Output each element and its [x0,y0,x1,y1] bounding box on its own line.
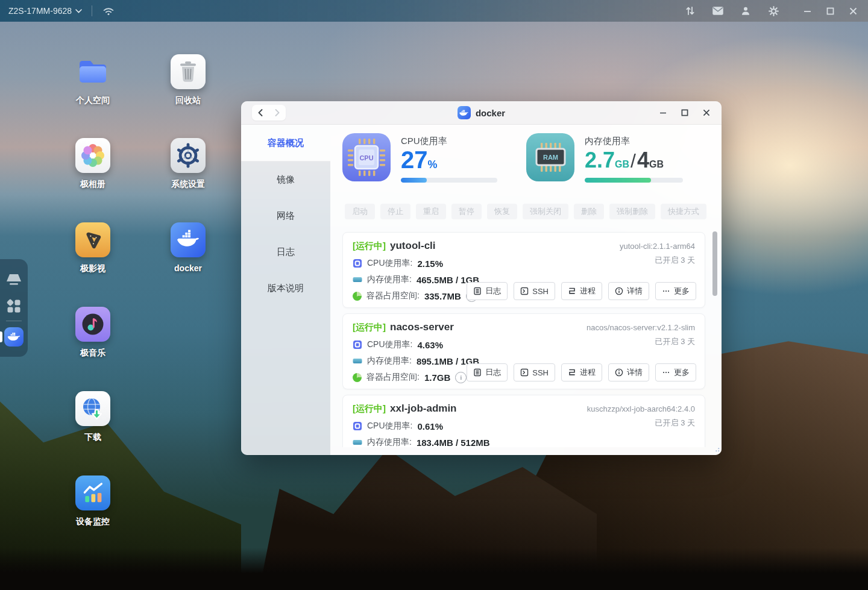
memory-separator: / [629,150,637,172]
log-icon [473,287,482,295]
dock-desktop-button[interactable] [0,266,28,293]
window-maximize-icon[interactable] [677,105,693,121]
details-button[interactable]: 详情 [608,363,649,381]
memory-total-value: 4 [637,148,649,172]
transfer-icon[interactable] [684,4,697,17]
cpu-mini-icon [353,259,362,268]
terminal-icon [520,368,529,377]
window-titlebar[interactable]: docker [241,101,722,125]
delete-button[interactable]: 删除 [574,204,604,219]
docker-window: docker 容器概况 镜像 网络 日志 版本说明 [241,101,722,455]
resize-handle[interactable] [714,444,720,454]
desktop-icon-photos[interactable]: 极相册 [57,138,129,190]
dock [0,259,28,357]
sidebar-item-images[interactable]: 镜像 [241,162,330,198]
memory-total-unit: GB [649,159,664,169]
force-stop-button[interactable]: 强制关闭 [523,204,568,219]
scrollbar-thumb[interactable] [712,231,717,296]
desktop-icon-device-monitor[interactable]: 设备监控 [57,475,129,527]
cpu-chip-icon: CPU [342,133,391,181]
desktop: Z2S-17MM-9628 [0,0,868,590]
running-indicator [0,331,2,342]
main-panel: CPU CPU使用率 27% [330,125,722,455]
window-close-icon[interactable] [699,105,714,121]
desktop-icon-recycle-bin[interactable]: 回收站 [152,54,224,106]
info-icon[interactable]: i [455,372,467,383]
desktop-icon-system-settings[interactable]: 系统设置 [152,138,224,190]
topbar-divider [92,5,92,16]
process-button[interactable]: 进程 [561,282,602,300]
system-close-icon[interactable] [846,4,860,17]
sidebar-item-logs[interactable]: 日志 [241,234,330,270]
desktop-icon-music[interactable]: 极音乐 [57,307,129,359]
system-maximize-icon[interactable] [823,4,837,17]
window-minimize-icon[interactable] [655,105,671,121]
container-card-yutool-cli[interactable]: [运行中] yutool-cli yutool-cli:2.1.1-arm64 … [342,232,705,308]
sidebar-item-container-overview[interactable]: 容器概况 [241,125,330,162]
ram-mini-icon [353,275,362,284]
cpu-row-value: 4.63% [417,340,443,350]
docker-whale-icon [458,106,471,119]
back-button[interactable] [252,105,269,121]
mail-icon[interactable] [711,4,725,17]
trash-icon [171,54,206,89]
cpu-mini-icon [353,421,362,431]
logs-button[interactable]: 日志 [467,363,508,381]
cpu-row-value: 0.61% [417,421,443,432]
sidebar-item-release-notes[interactable]: 版本说明 [241,270,330,306]
desktop-icon-personal-space[interactable]: 个人空间 [57,54,129,106]
dock-apps-button[interactable] [0,293,28,319]
desktop-icon-videos[interactable]: 极影视 [57,222,129,274]
container-name: yutool-cli [390,240,436,252]
more-button[interactable]: 更多 [655,363,696,381]
container-card-nacos-server[interactable]: [运行中] nacos-server nacos/nacos-server:v2… [342,313,705,389]
stop-button[interactable]: 停止 [380,204,410,219]
button-label: 详情 [627,286,643,297]
memory-progress-track [585,178,683,183]
dock-docker-button[interactable] [0,324,28,350]
container-card-xxl-job-admin[interactable]: [运行中] xxl-job-admin kuschzzp/xxl-job-aar… [342,395,705,447]
sidebar-item-network[interactable]: 网络 [241,198,330,234]
shortcut-button[interactable]: 快捷方式 [661,204,706,219]
system-minimize-icon[interactable] [800,4,814,17]
pause-button[interactable]: 暂停 [451,204,482,219]
memory-used-unit: GB [615,159,629,169]
settings-icon[interactable] [767,4,780,17]
desktop-icon-download[interactable]: 下载 [57,391,129,443]
more-button[interactable]: 更多 [655,282,696,300]
ram-chip-icon: RAM [526,133,574,181]
cpu-usage-value: 27 [401,146,428,173]
button-label: 进程 [580,367,596,378]
device-name-menu[interactable]: Z2S-17MM-9628 [8,6,82,16]
mem-row-label: 内存使用率: [367,356,412,366]
gear-icon [171,138,206,173]
music-icon [75,307,110,342]
process-button[interactable]: 进程 [561,363,602,381]
sidebar-item-label: 容器概况 [268,137,304,149]
disk-row-label: 容器占用空间: [366,290,420,301]
docker-whale-icon [4,327,24,347]
ram-mini-icon [353,438,362,447]
info-circle-icon [615,287,623,295]
ssh-button[interactable]: SSH [514,282,555,300]
stats-row: CPU CPU使用率 27% [342,133,722,191]
cpu-usage-unit: % [428,158,438,171]
disk-row-value: 1.7GB [424,372,450,383]
logs-button[interactable]: 日志 [467,282,508,300]
svg-text:RAM: RAM [543,154,558,161]
user-icon[interactable] [739,4,752,17]
forward-button[interactable] [269,105,286,121]
restart-button[interactable]: 重启 [416,204,446,219]
device-name: Z2S-17MM-9628 [8,6,72,16]
force-delete-button[interactable]: 强制删除 [609,204,655,219]
svg-text:CPU: CPU [359,154,373,162]
start-button[interactable]: 启动 [345,204,375,219]
ssh-button[interactable]: SSH [514,363,555,381]
desktop-icon-docker[interactable]: docker [152,222,224,273]
more-icon [662,287,670,295]
sidebar-item-label: 镜像 [277,174,295,186]
details-button[interactable]: 详情 [608,282,649,300]
resume-button[interactable]: 恢复 [487,204,517,219]
wifi-icon[interactable] [102,4,115,17]
photos-icon [75,138,110,173]
